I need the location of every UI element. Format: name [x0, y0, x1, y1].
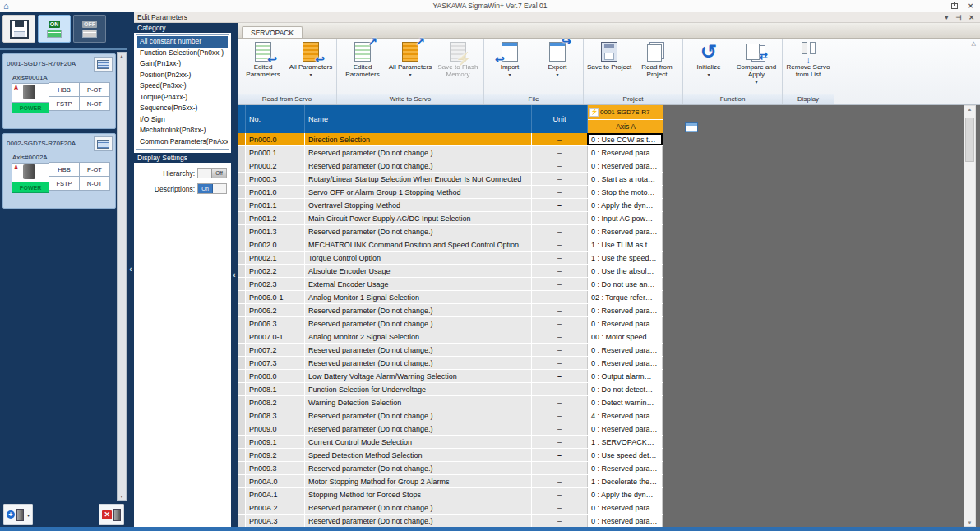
ribbon-button-save-to-project[interactable]: Save to Project	[585, 39, 633, 94]
servo-detail-button[interactable]	[94, 57, 113, 72]
parameter-row[interactable]: Pn00A.3 Reserved parameter (Do not chang…	[238, 515, 663, 527]
parameter-row[interactable]: Pn006.0-1 Analog Monitor 1 Signal Select…	[238, 291, 663, 304]
parameter-row[interactable]: Pn008.0 Low Battery Voltage Alarm/Warnin…	[238, 370, 663, 383]
parameter-row[interactable]: Pn007.3 Reserved parameter (Do not chang…	[238, 357, 663, 370]
scroll-down-icon[interactable]	[118, 494, 126, 499]
param-value[interactable]: 00 : Motor speed…	[587, 330, 663, 343]
parameter-row[interactable]: Pn002.1 Torque Control Option – 1 : Use …	[238, 252, 663, 265]
column-header-unit[interactable]: Unit	[532, 105, 588, 133]
servo-off-button[interactable]: OFF	[73, 15, 106, 43]
sidebar-collapse-splitter[interactable]	[127, 12, 134, 527]
parameter-row[interactable]: Pn00A.2 Reserved parameter (Do not chang…	[238, 501, 663, 515]
add-servo-button[interactable]	[3, 504, 33, 525]
param-value[interactable]: 0 : Reserved para…	[587, 304, 663, 316]
ribbon-button-compare-and-apply[interactable]: Compare and Apply	[733, 39, 780, 94]
parameter-row[interactable]: Pn009.0 Reserved parameter (Do not chang…	[238, 422, 663, 436]
column-header-name[interactable]: Name	[305, 105, 532, 133]
close-icon[interactable]	[968, 2, 973, 10]
param-value[interactable]: 0 : Reserved para…	[587, 357, 663, 369]
parameter-row[interactable]: Pn009.3 Reserved parameter (Do not chang…	[238, 462, 663, 475]
dropdown-arrow-icon[interactable]	[309, 72, 312, 78]
sidebar-scrollbar[interactable]	[117, 52, 127, 501]
param-value[interactable]: 02 : Torque refer…	[587, 291, 663, 303]
parameter-row[interactable]: Pn001.1 Overtravel Stopping Method – 0 :…	[238, 199, 663, 212]
servo-detail-button[interactable]	[94, 136, 113, 151]
ribbon-button-import[interactable]: Import	[486, 39, 534, 94]
restore-icon[interactable]	[951, 3, 958, 9]
parameter-row[interactable]: Pn000.1 Reserved parameter (Do not chang…	[238, 146, 663, 159]
param-value[interactable]: 0 : Reserved para…	[587, 422, 663, 435]
parameter-row[interactable]: Pn009.1 Current Control Mode Selection –…	[238, 436, 663, 449]
dropdown-arrow-icon[interactable]	[27, 512, 30, 518]
descriptions-toggle[interactable]: On	[197, 183, 227, 194]
category-item-common-parameters-pnaxx[interactable]: Common Parameters(PnAxx-)	[137, 136, 228, 148]
param-value[interactable]: 0 : Reserved para…	[587, 515, 663, 527]
param-value[interactable]: 0 : Stop the moto…	[587, 186, 663, 198]
param-value[interactable]: 0 : Reserved para…	[587, 344, 663, 356]
parameter-row[interactable]: Pn001.2 Main Circuit Power Supply AC/DC …	[238, 212, 663, 225]
servo-card[interactable]: 0002-SGD7S-R70F20A Axis#0002A A POWER HB…	[2, 133, 116, 209]
column-header-no[interactable]: No.	[246, 105, 305, 133]
parameter-row[interactable]: Pn000.0 Direction Selection – 0 : Use CC…	[238, 133, 663, 146]
dock-menu-icon[interactable]	[945, 14, 948, 21]
parameter-row[interactable]: Pn00A.1 Stopping Method for Forced Stops…	[238, 488, 663, 501]
param-value[interactable]: 0 : Output alarm…	[587, 370, 663, 382]
scroll-down-icon[interactable]	[964, 520, 975, 525]
param-value[interactable]: 1 : SERVOPACK…	[587, 436, 663, 448]
param-value[interactable]: 0 : Start as a rota…	[587, 173, 663, 185]
category-item-speed-pn3xx[interactable]: Speed(Pn3xx-)	[137, 81, 228, 92]
parameter-row[interactable]: Pn001.3 Reserved parameter (Do not chang…	[238, 225, 663, 238]
category-item-sequence-pn5xx[interactable]: Sequence(Pn5xx-)	[137, 103, 228, 114]
parameter-row[interactable]: Pn008.3 Reserved parameter (Do not chang…	[238, 409, 663, 422]
hierarchy-toggle[interactable]: Off	[197, 168, 227, 178]
scroll-up-icon[interactable]	[964, 107, 975, 112]
hierarchy-toggle-knob[interactable]: Off	[211, 169, 226, 178]
dropdown-arrow-icon[interactable]	[409, 72, 411, 78]
ribbon-button-all-parameters[interactable]: All Parameters	[287, 39, 335, 94]
parameter-row[interactable]: Pn009.2 Speed Detection Method Selection…	[238, 449, 663, 462]
minimize-icon[interactable]	[938, 2, 941, 10]
param-value[interactable]: 4 : Reserved para…	[587, 409, 663, 422]
disconnect-servo-button[interactable]	[99, 504, 124, 525]
param-value[interactable]: 0 : Reserved para…	[587, 501, 663, 514]
parameter-row[interactable]: Pn000.2 Reserved parameter (Do not chang…	[238, 159, 663, 173]
ribbon-button-edited-parameters[interactable]: Edited Parameters	[239, 39, 287, 94]
ribbon-button-edited-parameters[interactable]: Edited Parameters	[339, 39, 386, 94]
dropdown-arrow-icon[interactable]	[556, 72, 558, 78]
param-value[interactable]: 1 : Use the speed…	[587, 252, 663, 264]
pin-icon[interactable]	[955, 14, 961, 21]
parameter-row[interactable]: Pn00A.0 Motor Stopping Method for Group …	[238, 475, 663, 488]
dock-close-icon[interactable]	[968, 14, 974, 21]
tab-servopack[interactable]: SERVOPACK	[242, 26, 303, 38]
param-value[interactable]: 0 : Do not detect…	[587, 383, 663, 395]
save-button[interactable]	[2, 15, 35, 43]
dropdown-arrow-icon[interactable]	[707, 72, 710, 78]
category-item-mechatrolink-pn8xx[interactable]: Mechatrolink(Pn8xx-)	[137, 125, 228, 136]
param-value[interactable]: 0 : Use the absol…	[587, 265, 663, 277]
servo-on-button[interactable]: ON	[38, 15, 71, 43]
ribbon-button-read-from-project[interactable]: Read from Project	[633, 39, 681, 94]
home-icon[interactable]	[3, 2, 9, 11]
ribbon-button-initialize[interactable]: Initialize	[685, 39, 733, 94]
column-header-servo[interactable]: 0001-SGD7S-R7 Axis A	[588, 105, 663, 133]
descriptions-toggle-knob[interactable]: On	[198, 184, 213, 193]
param-value[interactable]: 0 : Reserved para…	[587, 462, 663, 474]
parameter-row[interactable]: Pn007.2 Reserved parameter (Do not chang…	[238, 344, 663, 357]
param-value[interactable]: 0 : Use CCW as t…	[587, 133, 663, 145]
parameter-row[interactable]: Pn007.0-1 Analog Monitor 2 Signal Select…	[238, 330, 663, 344]
collapse-ribbon-icon[interactable]	[972, 40, 976, 47]
category-item-torque-pn4xx[interactable]: Torque(Pn4xx-)	[137, 92, 228, 104]
category-item-gain-pn1xx[interactable]: Gain(Pn1xx-)	[137, 58, 228, 70]
param-value[interactable]: 0 : Reserved para…	[587, 225, 663, 238]
dropdown-arrow-icon[interactable]	[755, 80, 757, 85]
param-value[interactable]: 0 : Reserved para…	[587, 146, 663, 159]
param-value[interactable]: 0 : Apply the dyn…	[587, 199, 663, 211]
param-value[interactable]: 0 : Apply the dyn…	[587, 488, 663, 501]
parameter-row[interactable]: Pn008.2 Warning Detection Selection – 0 …	[238, 396, 663, 409]
param-value[interactable]: 1 : Use TLIM as t…	[587, 238, 663, 251]
ribbon-button-all-parameters[interactable]: All Parameters	[386, 39, 434, 94]
param-value[interactable]: 0 : Use speed det…	[587, 449, 663, 461]
scroll-thumb[interactable]	[965, 118, 974, 162]
category-item-function-selection-pn0xx[interactable]: Function Selection(Pn0xx-)	[137, 48, 228, 59]
param-value[interactable]: 0 : Input AC pow…	[587, 212, 663, 224]
